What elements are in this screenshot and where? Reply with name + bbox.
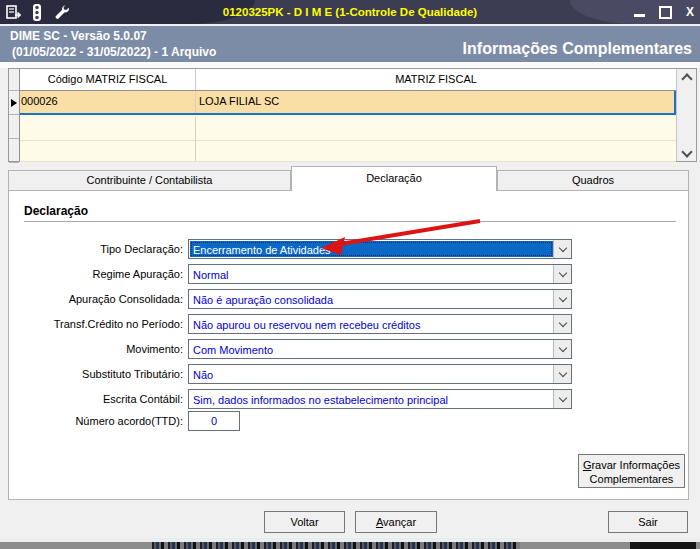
app-header: DIME SC - Versão 5.0.07 (01/05/2022 - 31… xyxy=(0,24,700,62)
group-title-declaracao: Declaração xyxy=(24,204,88,218)
field-label-regime-apuracao: Regime Apuração: xyxy=(28,264,183,284)
field-label-substituto-tributario: Substituto Tributário: xyxy=(28,364,183,384)
combobox-value[interactable]: Não é apuração consolidada xyxy=(190,291,553,307)
column-header-codigo[interactable]: Código MATRIZ FISCAL xyxy=(20,69,196,90)
combobox-tipo-declaracao[interactable]: Encerramento de Atividades xyxy=(188,239,572,259)
avancar-button[interactable]: Avançar xyxy=(355,511,437,533)
combobox-transf-credito[interactable]: Não apurou ou reservou nem recebeu crédi… xyxy=(188,314,572,334)
tab-declaracao[interactable]: Declaração xyxy=(291,166,497,191)
app-version: DIME SC - Versão 5.0.07 xyxy=(10,29,147,43)
combobox-value[interactable]: Com Movimento xyxy=(190,341,553,357)
combobox-value[interactable]: Sim, dados informados no estabelecimento… xyxy=(190,391,553,407)
tab-contribuinte-contabilista[interactable]: Contribuinte / Contabilista xyxy=(8,170,291,191)
close-icon[interactable]: X xyxy=(686,5,694,19)
background-window-edge xyxy=(0,542,700,549)
chevron-down-icon[interactable] xyxy=(553,240,571,258)
chevron-down-icon[interactable] xyxy=(553,265,571,283)
numero-acordo-ttd-input[interactable] xyxy=(188,411,240,431)
chevron-down-icon[interactable] xyxy=(553,290,571,308)
minimize-icon[interactable] xyxy=(634,14,645,17)
group-divider-line xyxy=(24,221,676,222)
matriz-fiscal-grid: Código MATRIZ FISCAL MATRIZ FISCAL 00002… xyxy=(8,68,697,162)
combobox-regime-apuracao[interactable]: Normal xyxy=(188,264,572,284)
cell-codigo[interactable]: 000026 xyxy=(20,91,196,113)
current-row-marker-icon xyxy=(11,99,17,107)
scroll-up-icon[interactable] xyxy=(677,69,696,85)
gravar-informacoes-complementares-button[interactable]: Gravar Informações Complementares xyxy=(578,454,685,488)
field-label-escrita-contabil: Escrita Contábil: xyxy=(28,389,183,409)
field-label-transf-credito: Transf.Crédito no Período: xyxy=(28,314,183,334)
gutter-cell-row1[interactable] xyxy=(9,91,19,115)
maximize-icon[interactable] xyxy=(659,6,672,19)
gutter-cell-row2[interactable] xyxy=(9,115,19,139)
field-label-tipo-declaracao: Tipo Declaração: xyxy=(28,239,183,259)
wrench-icon[interactable] xyxy=(53,4,69,20)
grid-vertical-scrollbar[interactable] xyxy=(676,69,696,161)
grid-row-selector-column xyxy=(9,69,20,161)
page-title: Informações Complementares xyxy=(463,40,692,58)
combobox-substituto-tributario[interactable]: Não xyxy=(188,364,572,384)
combobox-value[interactable]: Encerramento de Atividades xyxy=(190,241,553,257)
combobox-value[interactable]: Normal xyxy=(190,266,553,282)
tab-quadros[interactable]: Quadros xyxy=(497,170,689,191)
gutter-header-cell xyxy=(9,69,19,91)
table-row-empty[interactable] xyxy=(20,141,676,162)
chevron-down-icon[interactable] xyxy=(553,390,571,408)
combobox-escrita-contabil[interactable]: Sim, dados informados no estabelecimento… xyxy=(188,389,572,409)
traffic-light-icon[interactable] xyxy=(31,4,43,21)
chevron-down-icon[interactable] xyxy=(553,340,571,358)
column-header-matriz[interactable]: MATRIZ FISCAL xyxy=(196,69,676,90)
voltar-button[interactable]: Voltar xyxy=(264,511,345,533)
cell-matriz[interactable]: LOJA FILIAL SC xyxy=(196,91,674,113)
period-info: (01/05/2022 - 31/05/2022) - 1 Arquivo xyxy=(12,45,216,59)
gutter-cell-row3[interactable] xyxy=(9,139,19,163)
table-row-empty[interactable] xyxy=(20,117,676,141)
combobox-value[interactable]: Não apurou ou reservou nem recebeu crédi… xyxy=(190,316,553,332)
window-title: 0120325PK - D I M E (1-Controle De Quali… xyxy=(0,0,700,24)
combobox-apuracao-consolidada[interactable]: Não é apuração consolidada xyxy=(188,289,572,309)
window-titlebar[interactable]: 0120325PK - D I M E (1-Controle De Quali… xyxy=(0,0,700,24)
field-label-apuracao-consolidada: Apuração Consolidada: xyxy=(28,289,183,309)
chevron-down-icon[interactable] xyxy=(553,365,571,383)
combobox-movimento[interactable]: Com Movimento xyxy=(188,339,572,359)
sair-button[interactable]: Sair xyxy=(608,511,688,533)
notes-icon[interactable] xyxy=(6,4,21,20)
field-label-movimento: Movimento: xyxy=(28,339,183,359)
chevron-down-icon[interactable] xyxy=(553,315,571,333)
combobox-value[interactable]: Não xyxy=(190,366,553,382)
table-row-selected[interactable]: 000026 LOJA FILIAL SC xyxy=(20,91,676,115)
field-label-numero-acordo-ttd: Número acordo(TTD): xyxy=(28,411,183,431)
grid-header-row: Código MATRIZ FISCAL MATRIZ FISCAL xyxy=(20,69,676,91)
scroll-down-icon[interactable] xyxy=(677,145,696,161)
